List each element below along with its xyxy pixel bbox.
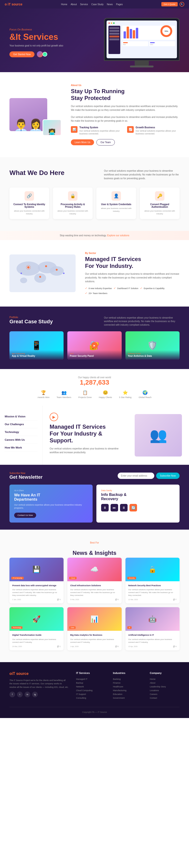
- newsletter-subscribe-button[interactable]: Subscribe Now: [156, 472, 180, 479]
- managed-section: By Sector Managed IT Services For Your I…: [0, 240, 189, 307]
- about-secondary-image: 👩‍💻: [43, 119, 61, 136]
- footer-service-5[interactable]: IT Support: [76, 692, 106, 696]
- news-card-4: 🚀 Technology Digital Transformation Guid…: [9, 607, 63, 650]
- newsletter-email-input[interactable]: [118, 472, 154, 479]
- feature-label-4: 25+ Team Members: [88, 292, 107, 294]
- managed-title: Managed IT Services For Your Industry.: [85, 256, 180, 270]
- svg-point-3: [50, 266, 64, 276]
- social-facebook[interactable]: f: [9, 692, 15, 697]
- news-image-3: 🔒 Security: [126, 558, 180, 581]
- sidebar-section-desc: Our vertical solutions expertise allows …: [50, 447, 128, 455]
- about-images: 👨‍💼👩‍💼 👩‍💻: [9, 98, 61, 131]
- service-desc-3: allows your business connected with indu…: [100, 207, 132, 213]
- team-group-icon: 👥: [150, 427, 167, 443]
- footer-industry-6[interactable]: Government: [113, 696, 143, 700]
- sidebar-menu-item-3[interactable]: Technology: [5, 428, 37, 436]
- screen-bar: [108, 22, 175, 24]
- footer-company-1[interactable]: Home: [150, 677, 180, 681]
- nav-home[interactable]: Home: [61, 3, 68, 6]
- nl-left-button[interactable]: Contact Us Now: [14, 513, 36, 518]
- screen-gauge: 70%: [160, 25, 172, 37]
- sidebar-menu-2: [109, 30, 119, 32]
- stat-item-3: 📋 Projects Done: [78, 390, 92, 399]
- sidebar-menu-item-2[interactable]: Our Challenges: [5, 421, 37, 428]
- feature-growth: 📈 Growth Business Our vertical solutions…: [127, 126, 180, 135]
- learn-more-button[interactable]: Learn More Us: [71, 140, 94, 145]
- nav-news[interactable]: News: [107, 3, 113, 6]
- feature-growth-text: Growth Business Our vertical solutions e…: [136, 126, 180, 135]
- social-linkedin[interactable]: in: [25, 692, 30, 697]
- nav-case-study[interactable]: Case Study: [91, 3, 104, 6]
- svg-point-10: [39, 276, 41, 278]
- team-photo-main: 👨‍💼👩‍💼: [9, 98, 47, 131]
- stats-section: Our happy clients all over world 1,287,6…: [0, 369, 189, 406]
- footer-industry-5[interactable]: Education: [113, 692, 143, 696]
- feature-label-1: 8 new industry Expertise: [88, 287, 112, 289]
- nav-pages[interactable]: Pages: [116, 3, 123, 6]
- nav-about[interactable]: About: [71, 3, 77, 6]
- map-container: [9, 254, 76, 292]
- social-instagram[interactable]: ig: [32, 692, 38, 697]
- news-card-title-2: Cloud Infrastructure Solutions: [70, 584, 118, 587]
- case-overlay-1: App & Branding App & Virtual Reality: [9, 350, 63, 360]
- hero-monitor: Stats Users 70%: [104, 18, 180, 67]
- news-comments-4: 💬 2: [57, 646, 61, 648]
- backup-icon-forward: ⏭: [111, 504, 118, 512]
- about-description-2: Our vertical solutions expertise allows …: [71, 115, 180, 123]
- dot-yellow: [111, 22, 112, 24]
- footer-industries-title: Industries: [113, 672, 143, 674]
- sidebar-menu-3: [109, 33, 119, 35]
- nav-service[interactable]: Service: [80, 3, 88, 6]
- news-badge-4: Technology: [11, 626, 22, 629]
- nav-right: Get A Quote 🔍: [161, 2, 184, 7]
- services-header: What We Do Here Our vertical solutions e…: [9, 169, 180, 180]
- play-button[interactable]: ▶: [91, 342, 98, 349]
- footer-service-4[interactable]: Cloud Computing: [76, 688, 106, 692]
- footer-bottom: Copyright iTs — iT Source: [9, 707, 180, 713]
- case-image-3: 🛡️ Software & Dev Your Antivirus & Data: [126, 331, 180, 360]
- about-tag: About Us: [71, 84, 180, 87]
- footer-industry-1[interactable]: Banking: [113, 677, 143, 681]
- sidebar-menu-item-4[interactable]: Careers With Us: [5, 436, 37, 444]
- footer-company-5[interactable]: Careers: [150, 692, 180, 696]
- footer-industry-4[interactable]: Manufacturing: [113, 688, 143, 692]
- service-card-1: 🔗 Connect To Existing Identity Systems a…: [9, 187, 49, 219]
- hero-cta-button[interactable]: Get Started Now: [9, 52, 34, 57]
- sidebar-menu-5: [109, 38, 119, 40]
- sidebar-menu-item-5[interactable]: How We Work: [5, 444, 37, 452]
- footer-company-4[interactable]: Locations: [150, 688, 180, 692]
- nav-logo[interactable]: o iT source: [5, 2, 22, 6]
- news-badge-2: Cloud: [69, 577, 76, 579]
- news-badge-5: Data: [69, 626, 76, 629]
- cta-button[interactable]: Get A Quote: [161, 2, 178, 6]
- stats-center: Our happy clients all over world 1,287,6…: [9, 376, 180, 386]
- dot-red: [108, 22, 110, 24]
- footer-company-2[interactable]: About: [150, 681, 180, 685]
- case-item-title-2: Power Security Panel: [70, 355, 119, 357]
- case-img-icon-1: 📱: [31, 341, 42, 350]
- footer-service-3[interactable]: Network: [76, 685, 106, 688]
- footer-company-3[interactable]: Leadership Story: [150, 685, 180, 688]
- footer-industry-2[interactable]: Finance: [113, 681, 143, 685]
- our-team-button[interactable]: Our Team: [97, 139, 115, 146]
- footer-service-6[interactable]: Consulting: [76, 696, 106, 700]
- feature-tracking-text: Tracking System Our vertical solutions e…: [79, 126, 123, 135]
- backup-icon-pause-2: ⏸: [120, 504, 128, 512]
- stats-grid: 🏆 Awards Won 👥 Team Members 📋 Projects D…: [9, 390, 180, 399]
- footer-company-6[interactable]: Contact: [150, 696, 180, 700]
- service-card-4: 🔑 Convert Plugged Authentication allows …: [140, 187, 180, 219]
- footer-industry-3[interactable]: Healthcare: [113, 685, 143, 688]
- banner-link[interactable]: Explore our solutions: [107, 234, 129, 237]
- footer-service-1[interactable]: Managed IT: [76, 677, 106, 681]
- sidebar-menu-item-1[interactable]: Mission & Vision: [5, 413, 37, 421]
- case-image-2: 🔐 ▶ SEO Power Security Panel: [68, 331, 122, 360]
- check-icon-1: ✓: [85, 287, 87, 290]
- news-section: Best For News & Insights 💾 IT & Security…: [0, 530, 189, 662]
- play-circle-button[interactable]: ▶: [50, 413, 58, 421]
- social-twitter[interactable]: t: [17, 692, 23, 697]
- service-desc-1: allows your business connected with indu…: [13, 210, 45, 215]
- search-button[interactable]: 🔍: [180, 2, 184, 7]
- screen-info-cards: Stats Users: [122, 41, 175, 46]
- footer-service-2[interactable]: Backup: [76, 681, 106, 685]
- news-card-desc-2: Our vertical solutions expertise allows …: [70, 588, 118, 597]
